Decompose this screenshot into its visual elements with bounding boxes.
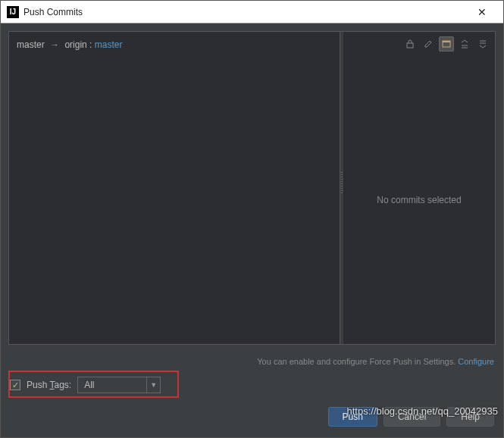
push-tags-select[interactable]: All ▼ xyxy=(77,377,161,393)
preview-icon[interactable] xyxy=(439,36,454,52)
titlebar: IJ Push Commits ✕ xyxy=(1,1,503,23)
collapse-icon[interactable] xyxy=(475,36,490,52)
branch-spec[interactable]: master → origin : master xyxy=(17,39,332,50)
main-area: master → origin : master No commits sele… xyxy=(8,31,496,345)
push-commits-dialog: IJ Push Commits ✕ master → origin : mast… xyxy=(0,0,504,438)
force-push-hint: You can enable and configure Force Push … xyxy=(1,352,503,371)
lock-icon[interactable] xyxy=(402,36,418,52)
options-row: ✓ Push Tags: All ▼ xyxy=(1,371,503,399)
splitter[interactable] xyxy=(340,32,343,344)
push-tags-checkbox[interactable]: ✓ xyxy=(10,380,20,390)
help-button[interactable]: Help xyxy=(446,407,494,427)
configure-link[interactable]: Configure xyxy=(458,357,494,366)
cancel-button[interactable]: Cancel xyxy=(383,407,440,427)
select-value: All xyxy=(78,380,146,390)
button-row: Push Cancel Help xyxy=(1,399,503,437)
empty-state-text: No commits selected xyxy=(343,56,495,344)
hint-text: You can enable and configure Force Push … xyxy=(257,357,458,366)
app-icon: IJ xyxy=(7,6,19,18)
push-button[interactable]: Push xyxy=(328,407,377,427)
push-tags-label: Push Tags: xyxy=(27,380,71,390)
commits-tree-panel[interactable]: master → origin : master xyxy=(9,32,340,344)
expand-icon[interactable] xyxy=(457,36,472,52)
edit-icon[interactable] xyxy=(421,36,436,52)
dialog-body: master → origin : master No commits sele… xyxy=(1,23,503,437)
label-pre: Push xyxy=(27,380,49,390)
arrow-icon: → xyxy=(50,39,59,50)
remote-name: origin xyxy=(64,39,86,50)
local-branch: master xyxy=(17,39,45,50)
colon: : xyxy=(89,39,92,50)
window-title: Push Commits xyxy=(23,7,467,17)
details-toolbar xyxy=(343,32,495,56)
details-panel: No commits selected xyxy=(343,32,495,344)
close-button[interactable]: ✕ xyxy=(467,1,497,23)
chevron-down-icon[interactable]: ▼ xyxy=(146,377,160,393)
svg-rect-0 xyxy=(407,43,413,48)
remote-branch-link[interactable]: master xyxy=(95,39,123,50)
label-post: ags: xyxy=(54,380,71,390)
svg-rect-2 xyxy=(443,41,450,42)
